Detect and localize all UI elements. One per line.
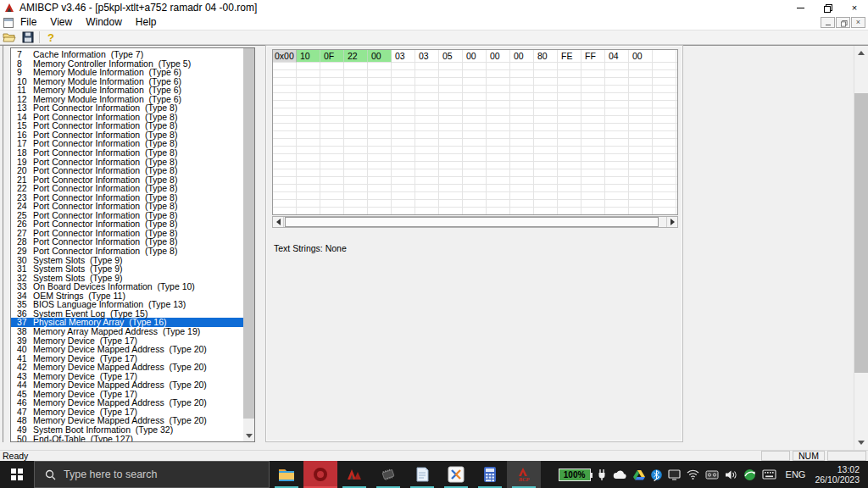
menu-view[interactable]: View (43, 15, 79, 30)
hex-cell (510, 86, 534, 93)
amibcp-app-icon (4, 3, 14, 13)
hex-cell (510, 139, 534, 147)
mdi-scroll-up-arrow-icon[interactable] (858, 51, 865, 55)
hex-cell (605, 78, 629, 86)
hex-horizontal-scrollbar[interactable] (272, 216, 678, 228)
restore-button[interactable] (814, 0, 841, 15)
mdi-document-icon[interactable] (3, 18, 14, 28)
list-vertical-scrollbar[interactable] (243, 48, 254, 441)
hex-cell (368, 78, 392, 86)
hex-cell (605, 108, 629, 116)
hex-scroll-right-arrow-icon[interactable] (666, 217, 677, 227)
system-tray: 100% (559, 461, 868, 488)
mdi-vertical-scrollbar[interactable] (854, 46, 868, 450)
hex-cell (653, 192, 676, 200)
mdi-scroll-down-arrow-icon[interactable] (858, 441, 865, 445)
menu-help[interactable]: Help (129, 15, 164, 30)
google-drive-icon[interactable] (633, 469, 645, 480)
list-item[interactable]: 18Port Connector Information (Type 8) (11, 148, 243, 158)
touch-keyboard-icon[interactable] (762, 469, 776, 480)
taskbar-ami-tool[interactable] (337, 461, 371, 488)
list-scrollbar-down-arrow-icon[interactable] (246, 434, 253, 438)
mdi-restore-button[interactable] (836, 17, 850, 28)
hex-cell (676, 139, 678, 147)
taskbar-calculator[interactable] (473, 461, 507, 488)
hex-cell[interactable]: FE (558, 50, 581, 63)
hex-cell[interactable]: 03 (415, 50, 439, 63)
search-input[interactable]: Type here to search (34, 461, 270, 488)
power-plug-icon[interactable] (597, 469, 607, 481)
taskbar-notepad[interactable] (405, 461, 439, 488)
taskbar-file-explorer[interactable] (270, 461, 303, 488)
wifi-icon[interactable] (687, 469, 699, 480)
battery-indicator[interactable]: 100% (559, 469, 591, 481)
list-item[interactable]: 50End-Of-Table (Type 127) (11, 435, 243, 442)
minimize-button[interactable] (787, 0, 814, 15)
hex-cell[interactable]: 00 (463, 50, 487, 63)
taskbar-opera[interactable] (303, 461, 337, 488)
taskbar-arrows-app[interactable] (439, 461, 473, 488)
list-scrollbar-thumb[interactable] (243, 48, 254, 419)
hex-cell (558, 169, 581, 177)
hex-cell[interactable]: 00 (510, 50, 534, 63)
taskbar-chip-tool[interactable] (371, 461, 405, 488)
start-button[interactable] (0, 461, 34, 488)
bluetooth-icon[interactable] (651, 469, 662, 481)
hex-cell[interactable]: 00 (368, 50, 392, 63)
mdi-close-button[interactable]: × (851, 17, 865, 28)
close-button[interactable]: × (841, 0, 868, 15)
help-button[interactable]: ? (42, 30, 60, 44)
hex-cell[interactable]: 00 (487, 50, 510, 63)
hex-cell (463, 116, 487, 124)
list-item[interactable]: 7Cache Information (Type 7) (11, 50, 243, 59)
toolbar-separator (39, 31, 40, 43)
taskbar-clock[interactable]: 13:02 26/10/2023 (815, 464, 863, 485)
hex-cell[interactable]: 10 (297, 50, 320, 63)
list-item[interactable]: 49System Boot Information (Type 32) (11, 425, 243, 435)
hex-cell (534, 124, 558, 131)
mdi-scrollbar-thumb[interactable] (854, 93, 868, 373)
hex-cell (320, 192, 344, 200)
hex-cell (415, 192, 439, 200)
antivirus-globe-icon[interactable] (743, 469, 756, 481)
help-icon: ? (47, 31, 54, 44)
hex-cell (297, 185, 320, 192)
hex-cell[interactable]: 03 (392, 50, 415, 63)
list-item[interactable]: 40Memory Device Mapped Address (Type 20) (11, 345, 243, 354)
hex-cell[interactable]: 00 (629, 50, 653, 63)
hex-cell (273, 139, 297, 147)
hex-cell[interactable]: FF (581, 50, 605, 63)
hex-cell (344, 63, 368, 70)
taskbar-amibcp-active[interactable]: BCP (507, 461, 541, 488)
hex-scroll-left-arrow-icon[interactable] (273, 217, 284, 227)
menu-bar: File View Window Help × (0, 15, 868, 30)
hex-cell (439, 108, 463, 116)
hex-cell[interactable]: 22 (344, 50, 368, 63)
save-file-button[interactable] (19, 30, 37, 44)
hex-cell (558, 139, 581, 147)
open-file-button[interactable] (0, 30, 19, 44)
hex-cell (463, 101, 487, 108)
hex-cell (487, 154, 510, 162)
removable-device-icon[interactable] (705, 470, 719, 480)
list-item[interactable]: 29Port Connector Information (Type 8) (11, 247, 243, 256)
onedrive-cloud-icon[interactable] (613, 469, 627, 480)
mdi-minimize-button[interactable] (821, 17, 835, 28)
hex-cell (534, 185, 558, 192)
hex-cell[interactable]: 05 (439, 50, 463, 63)
list-item[interactable]: 38Memory Array Mapped Address (Type 19) (11, 327, 243, 336)
monitor-icon[interactable] (668, 469, 681, 480)
hex-cell[interactable]: 0F (320, 50, 344, 63)
hex-cell (368, 147, 392, 154)
hex-cell (392, 154, 415, 162)
menu-file[interactable]: File (14, 15, 43, 30)
language-indicator[interactable]: ENG (782, 469, 810, 480)
hex-cell (320, 124, 344, 131)
hex-cell (463, 70, 487, 78)
hex-cell[interactable]: 80 (534, 50, 558, 63)
volume-icon[interactable] (725, 469, 737, 480)
menu-window[interactable]: Window (79, 15, 129, 30)
hex-scrollbar-thumb[interactable] (285, 217, 659, 227)
hex-cell (676, 169, 678, 177)
hex-cell[interactable]: 04 (605, 50, 629, 63)
